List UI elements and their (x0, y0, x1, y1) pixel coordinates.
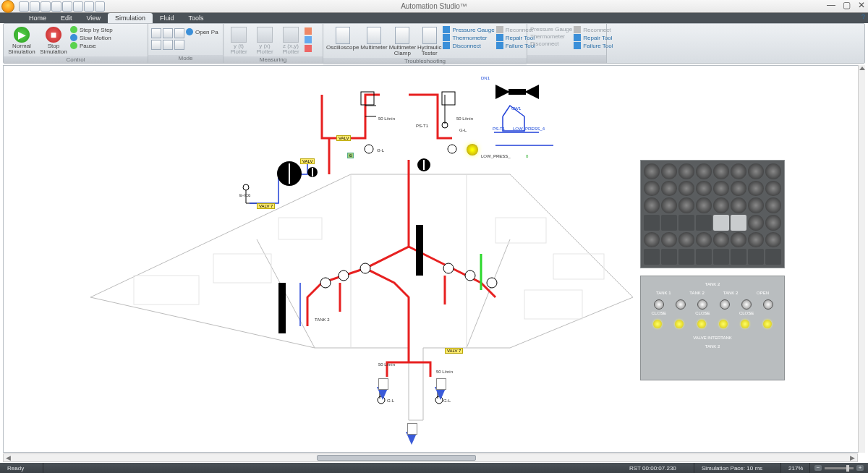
svg-rect-9 (553, 254, 604, 279)
multimeter-clamp-button[interactable]: Multimeter Clamp (389, 25, 416, 56)
people-icon[interactable] (305, 36, 312, 43)
group-label-measuring: Measuring (224, 56, 323, 63)
menu-tools[interactable]: Tools (181, 13, 210, 23)
tank-knob[interactable] (720, 299, 730, 310)
rt2-label: Repair Tool (583, 35, 612, 41)
tank-open-label: OPEN (757, 291, 769, 295)
tank-footer: VALVE INTERTANK (693, 336, 732, 340)
step-by-step-button[interactable]: Step by Step (70, 26, 113, 33)
zxy-plotter-button[interactable]: z (x,y) Plotter (278, 25, 303, 55)
led-indicator (741, 320, 749, 328)
valve-tag: VALV (300, 158, 315, 164)
zero-label: 0 (526, 154, 528, 158)
tank-footer2: TANK 2 (705, 344, 720, 349)
qat-button[interactable] (62, 1, 72, 12)
qat-button[interactable] (19, 1, 29, 12)
tank-knob[interactable] (654, 299, 664, 310)
qat-button[interactable] (95, 1, 105, 12)
ribbon: ▶ Normal Simulation ■ Stop Simulation St… (3, 23, 865, 64)
menu-home[interactable]: Home (22, 13, 54, 23)
flow-label: 50 L/min (378, 116, 395, 121)
stop-simulation-button[interactable]: ■ Stop Simulation (38, 25, 69, 55)
svg-marker-0 (90, 174, 633, 420)
zoom-out-button[interactable]: − (814, 465, 822, 471)
qat-button[interactable] (30, 1, 40, 12)
yx-label: y (x) Plotter (252, 43, 277, 55)
mm-label: Multimeter (360, 45, 387, 51)
design-canvas[interactable]: VALV VALV VALV 7 VALV 7 6 50 L/min 50 L/… (3, 65, 865, 453)
slow-motion-button[interactable]: Slow Motion (70, 34, 113, 41)
qat-button[interactable] (51, 1, 61, 12)
menu-view[interactable]: View (80, 13, 108, 23)
thermometer-button[interactable]: Thermometer (443, 34, 494, 41)
mode-buttons[interactable] (151, 25, 184, 50)
menu-simulation[interactable]: Simulation (108, 13, 153, 23)
svg-point-21 (339, 270, 349, 281)
valve-tag: VALV (336, 135, 351, 141)
svg-point-23 (443, 263, 454, 273)
window-title: Automation Studio™ (401, 2, 467, 10)
normal-simulation-button[interactable]: ▶ Normal Simulation (7, 25, 37, 55)
oscilloscope-button[interactable]: Oscilloscope (326, 25, 359, 51)
zoom-in-button[interactable]: + (856, 465, 864, 471)
qat-button[interactable] (84, 1, 94, 12)
svg-rect-19 (416, 225, 423, 276)
status-bar: Ready RST 00:00:07.230 Simulation Pace: … (0, 463, 868, 473)
tank-knob[interactable] (741, 299, 752, 310)
gl-label: G-L (377, 148, 384, 153)
open-panel-button[interactable]: Open Pa (186, 25, 218, 35)
ft2-label: Failure Tool (583, 43, 613, 49)
dc2-label: Disconnect (530, 41, 559, 47)
repair-tool-button-2[interactable]: Repair Tool (574, 34, 613, 41)
svg-rect-8 (495, 218, 546, 243)
app-icon[interactable] (1, 0, 14, 13)
stop-sim-label: Stop Simulation (38, 43, 69, 55)
people-icon[interactable] (305, 27, 312, 35)
thruster-icon (406, 432, 417, 445)
window-controls: — ▢ ✕ (827, 0, 865, 10)
scroll-thumb[interactable] (317, 455, 476, 461)
svg-rect-13 (442, 92, 455, 105)
svg-point-14 (243, 184, 249, 190)
tank-knob[interactable] (763, 299, 773, 310)
menu-edit[interactable]: Edit (54, 13, 80, 23)
tank-knob[interactable] (697, 299, 707, 310)
svg-line-2 (467, 239, 510, 348)
hydraulic-tester-button[interactable]: Hydraulic Tester (417, 25, 441, 56)
disconnect-button[interactable]: Disconnect (443, 42, 494, 49)
pg2-label: Pressure Gauge (530, 26, 572, 33)
qat-button[interactable] (73, 1, 83, 12)
zoom-slider-thumb[interactable] (846, 465, 849, 472)
tank-knob[interactable] (676, 299, 686, 310)
qat-button[interactable] (41, 1, 51, 12)
pressure-gauge-button[interactable]: Pressure Gauge (443, 26, 494, 33)
cockpit-panel[interactable] (640, 160, 785, 268)
tank-panel[interactable]: TANK 2 TANK 1 TANK 2 TANK 2 OPEN CLOSE C… (640, 276, 785, 380)
menu-fluid[interactable]: Fluid (153, 13, 182, 23)
lowpress-label: LOW_PRESS_4 (513, 127, 545, 131)
lowpress2-label: LOW_PRESS_ (481, 154, 511, 158)
led-indicator (653, 320, 662, 328)
flow-label: 50 L/min (378, 362, 395, 367)
tank-title: TANK 2 (705, 282, 720, 286)
vertical-scrollbar[interactable] (858, 65, 865, 453)
failure-tool-button-2[interactable]: Failure Tool (574, 42, 613, 49)
multimeter-button[interactable]: Multimeter (360, 25, 387, 51)
minimize-button[interactable]: — (827, 0, 835, 10)
flow-label: 50 L/min (436, 370, 453, 374)
yt-plotter-button[interactable]: y (t) Plotter (226, 25, 251, 55)
status-pace: Simulation Pace: 10 ms (694, 463, 781, 473)
yx-plotter-button[interactable]: y (x) Plotter (252, 25, 277, 55)
pause-button[interactable]: Pause (70, 42, 113, 49)
group-label-control: Control (4, 56, 148, 63)
dc-label: Disconnect (452, 43, 481, 49)
rc2-label: Reconnect (583, 27, 610, 33)
maximize-button[interactable]: ▢ (843, 0, 851, 10)
tank-group-label: TANK 1 (656, 291, 671, 295)
close-button[interactable]: ✕ (858, 0, 865, 10)
svg-rect-30 (509, 89, 526, 95)
people-icon[interactable] (305, 45, 312, 52)
thruster-icon (435, 387, 446, 400)
zoom-controls[interactable]: − + (810, 465, 868, 471)
horizontal-scrollbar[interactable]: ◀ ▶ (3, 453, 858, 462)
